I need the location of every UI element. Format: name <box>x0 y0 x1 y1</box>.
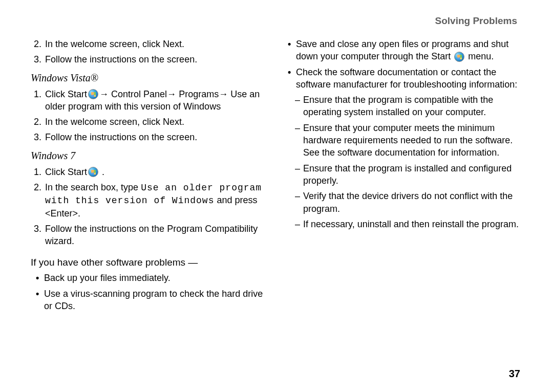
bullet-text: Use a virus-scanning program to check th… <box>44 288 270 313</box>
list-text: Click Start→ Control Panel→ Programs→ Us… <box>45 88 270 113</box>
right-column: • Save and close any open files or progr… <box>283 35 522 315</box>
dash-item: – Ensure that the program is compatible … <box>295 94 522 119</box>
list-number: 3. <box>34 53 45 66</box>
dash-item: – Verify that the device drivers do not … <box>295 190 522 215</box>
dash-item: – Ensure that your computer meets the mi… <box>295 122 522 159</box>
bullet-text: Back up your files immediately. <box>44 272 171 284</box>
list-number: 2. <box>34 181 45 220</box>
dash-item: – If necessary, uninstall and then reins… <box>295 218 522 230</box>
list-number: 3. <box>34 131 45 143</box>
subheading-win7: Windows 7 <box>31 149 270 163</box>
left-column: 2. In the welcome screen, click Next. 3.… <box>31 35 270 315</box>
subheading-other-problems: If you have other software problems — <box>31 256 270 269</box>
dash-icon: – <box>295 162 303 187</box>
list-number: 3. <box>34 223 45 248</box>
list-text: Click Start . <box>45 166 270 178</box>
list-item: 1. Click Start→ Control Panel→ Programs→… <box>34 88 270 113</box>
dash-text: Verify that the device drivers do not co… <box>303 190 522 215</box>
list-item: 2. In the welcome screen, click Next. <box>34 38 270 50</box>
list-number: 2. <box>34 116 45 128</box>
dash-text: Ensure that the program is installed and… <box>303 162 522 187</box>
list-item: 3. Follow the instructions on the Progra… <box>34 223 270 248</box>
bullet-text: Save and close any open files or program… <box>296 38 522 63</box>
list-text: Follow the instructions on the Program C… <box>45 223 270 248</box>
windows-start-icon <box>88 89 98 99</box>
dash-text: Ensure that the program is compatible wi… <box>303 94 522 119</box>
dash-item: – Ensure that the program is installed a… <box>295 162 522 187</box>
list-text: Follow the instructions on the screen. <box>45 53 270 66</box>
bullet-item: • Check the software documentation or co… <box>288 66 522 91</box>
bullet-item: • Save and close any open files or progr… <box>288 38 522 63</box>
document-page: Solving Problems 2. In the welcome scree… <box>0 0 553 392</box>
dash-text: Ensure that your computer meets the mini… <box>303 122 522 159</box>
dash-text: If necessary, uninstall and then reinsta… <box>303 218 519 230</box>
subheading-vista: Windows Vista® <box>31 71 270 85</box>
dash-icon: – <box>295 218 303 230</box>
list-item: 3. Follow the instructions on the screen… <box>34 131 270 143</box>
list-item: 3. Follow the instructions on the screen… <box>34 53 270 66</box>
page-number: 37 <box>509 368 520 380</box>
list-number: 1. <box>34 88 45 113</box>
list-number: 2. <box>34 38 45 50</box>
bullet-icon: • <box>36 272 44 284</box>
bullet-icon: • <box>288 66 296 91</box>
list-text: Follow the instructions on the screen. <box>45 131 270 143</box>
bullet-text: Check the software documentation or cont… <box>296 66 522 91</box>
page-header: Solving Problems <box>31 15 522 27</box>
dash-icon: – <box>295 190 303 215</box>
list-text: In the welcome screen, click Next. <box>45 38 270 50</box>
two-column-layout: 2. In the welcome screen, click Next. 3.… <box>31 35 522 315</box>
bullet-icon: • <box>288 38 296 63</box>
list-item: 1. Click Start . <box>34 166 270 178</box>
dash-icon: – <box>295 94 303 119</box>
windows-start-icon <box>454 52 464 62</box>
windows-start-icon <box>88 167 98 177</box>
dash-icon: – <box>295 122 303 159</box>
bullet-item: • Use a virus-scanning program to check … <box>36 288 270 313</box>
list-number: 1. <box>34 166 45 178</box>
list-text: In the search box, type Use an older pro… <box>45 181 270 220</box>
bullet-item: • Back up your files immediately. <box>36 272 270 284</box>
list-text: In the welcome screen, click Next. <box>45 116 270 128</box>
list-item: 2. In the welcome screen, click Next. <box>34 116 270 128</box>
bullet-icon: • <box>36 288 44 313</box>
list-item: 2. In the search box, type Use an older … <box>34 181 270 220</box>
